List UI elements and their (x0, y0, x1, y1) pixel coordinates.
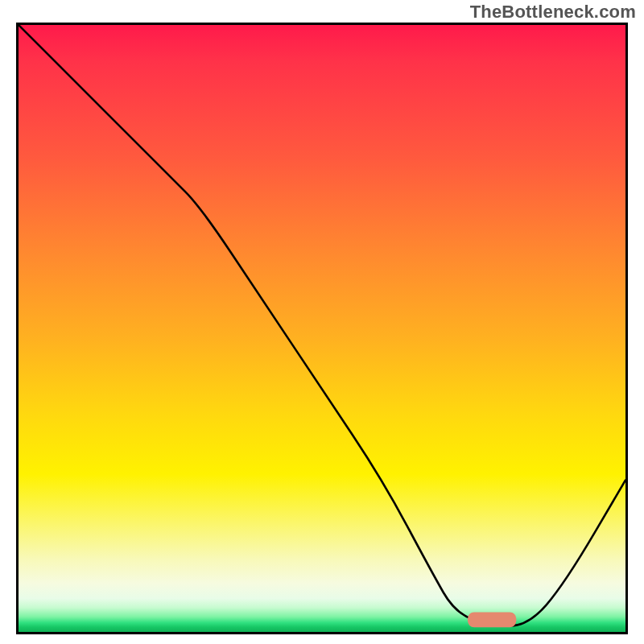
watermark-text: TheBottleneck.com (470, 2, 636, 23)
chart-stage: TheBottleneck.com (0, 0, 644, 644)
optimal-range-marker (468, 612, 516, 627)
plot-area (19, 25, 625, 632)
bottleneck-curve (19, 25, 625, 625)
plot-frame (16, 23, 628, 634)
curve-layer (19, 25, 625, 632)
